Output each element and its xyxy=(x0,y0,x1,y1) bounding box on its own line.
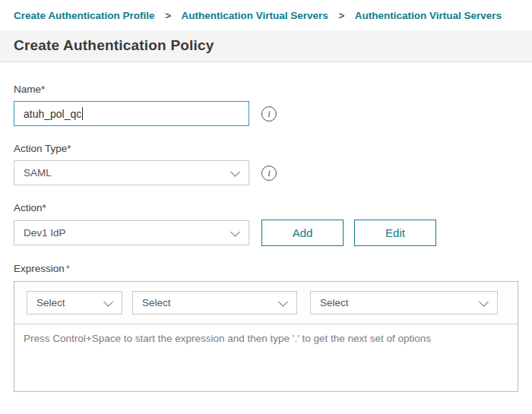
expression-required-mark: * xyxy=(66,263,70,274)
expression-select-1[interactable]: Select xyxy=(27,291,122,314)
page-header: Create Authentication Policy xyxy=(0,30,532,62)
action-selected-value: Dev1 IdP xyxy=(24,227,66,239)
breadcrumb: Create Authentication Profile > Authenti… xyxy=(0,0,532,30)
action-required-mark: * xyxy=(43,202,46,213)
chevron-down-icon xyxy=(103,297,113,307)
page-title: Create Authentication Policy xyxy=(14,37,518,54)
info-icon[interactable]: i xyxy=(261,166,277,181)
breadcrumb-item-authentication-virtual-servers-2[interactable]: Authentication Virtual Servers xyxy=(355,10,502,21)
chevron-down-icon xyxy=(479,297,489,307)
edit-button[interactable]: Edit xyxy=(354,220,436,246)
expression-placeholder: Press Control+Space to start the express… xyxy=(24,333,431,344)
chevron-down-icon xyxy=(230,227,240,237)
chevron-down-icon xyxy=(230,167,240,177)
breadcrumb-item-authentication-virtual-servers[interactable]: Authentication Virtual Servers xyxy=(181,10,328,21)
name-required-mark: * xyxy=(41,84,45,95)
add-button[interactable]: Add xyxy=(261,220,344,246)
action-type-label-text: Action Type xyxy=(14,143,67,154)
expression-select-3[interactable]: Select xyxy=(310,291,498,314)
breadcrumb-separator: > xyxy=(339,10,345,21)
name-label-text: Name xyxy=(14,84,41,95)
expression-select-2[interactable]: Select xyxy=(132,291,297,314)
action-type-field-group: Action Type* SAML i xyxy=(14,143,518,185)
expression-label: Expression* xyxy=(14,263,518,274)
action-type-label: Action Type* xyxy=(14,143,518,154)
expression-select-3-value: Select xyxy=(320,297,349,308)
info-icon[interactable]: i xyxy=(261,106,277,122)
expression-toolbar: Select Select Select xyxy=(14,282,518,324)
text-caret xyxy=(82,107,83,120)
create-authentication-policy-form: Name* atuh_pol_qc i Action Type* SAML i … xyxy=(0,62,532,392)
breadcrumb-separator: > xyxy=(165,10,171,21)
action-type-selected-value: SAML xyxy=(24,167,52,179)
action-label-text: Action xyxy=(14,202,43,213)
name-input[interactable]: atuh_pol_qc xyxy=(14,101,249,126)
action-select[interactable]: Dev1 IdP xyxy=(14,220,249,245)
name-label: Name* xyxy=(14,84,518,95)
expression-builder: Select Select Select Press Control+Space… xyxy=(14,281,518,392)
expression-input[interactable]: Press Control+Space to start the express… xyxy=(14,324,518,391)
action-type-required-mark: * xyxy=(67,143,71,154)
name-input-value: atuh_pol_qc xyxy=(24,108,81,120)
expression-select-1-value: Select xyxy=(36,297,65,308)
chevron-down-icon xyxy=(278,297,288,307)
action-type-select[interactable]: SAML xyxy=(14,160,249,185)
breadcrumb-item-create-authentication-profile[interactable]: Create Authentication Profile xyxy=(14,10,155,21)
expression-label-text: Expression xyxy=(14,263,65,274)
action-label: Action* xyxy=(14,202,518,213)
expression-select-2-value: Select xyxy=(142,297,171,308)
action-field-group: Action* Dev1 IdP Add Edit xyxy=(14,202,518,246)
name-field-group: Name* atuh_pol_qc i xyxy=(14,84,518,126)
expression-field-group: Expression* Select Select Select Press C… xyxy=(14,263,518,392)
